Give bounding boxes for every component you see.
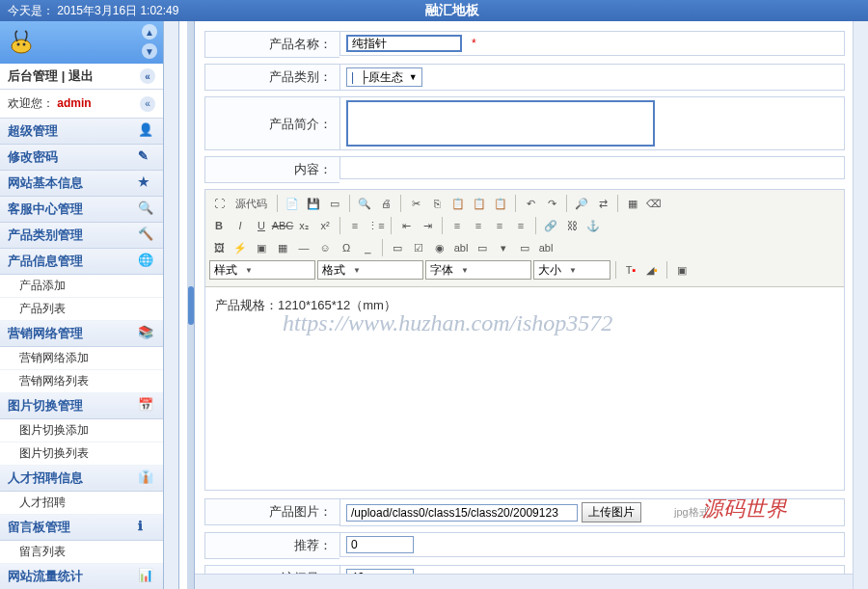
copy-icon[interactable]: ⎘: [427, 194, 447, 213]
sidebar-up-icon[interactable]: ▲: [142, 24, 157, 40]
menu-group-超级管理[interactable]: 超级管理👤: [0, 119, 163, 145]
menu-group-留言板管理[interactable]: 留言板管理ℹ: [0, 515, 163, 541]
maximize-icon[interactable]: ▣: [672, 260, 692, 280]
media-icon[interactable]: ▣: [252, 238, 271, 257]
hidden-icon[interactable]: abl: [536, 238, 556, 257]
unlink-icon[interactable]: ⛓: [562, 216, 582, 235]
splitter[interactable]: [187, 21, 195, 589]
product-brief-textarea[interactable]: [346, 100, 655, 147]
select-all-icon[interactable]: ▦: [623, 194, 642, 213]
menu-group-人才招聘信息[interactable]: 人才招聘信息👔: [0, 466, 163, 492]
editor-body[interactable]: 产品规格：1210*165*12（mm） https://www.huzhan.…: [205, 287, 844, 490]
sidebar: ▲ ▼ 后台管理 | 退出 « 欢迎您： admin « 超级管理👤修: [0, 21, 164, 589]
menu-sub-营销网络添加[interactable]: 营销网络添加: [0, 347, 163, 370]
replace-icon[interactable]: ⇄: [593, 194, 612, 213]
select-icon[interactable]: ▾: [494, 238, 513, 257]
recommend-input[interactable]: [346, 536, 414, 553]
special-char-icon[interactable]: Ω: [337, 238, 356, 257]
menu-group-产品信息管理[interactable]: 产品信息管理🌐: [0, 249, 163, 275]
menu-sub-留言列表[interactable]: 留言列表: [0, 541, 163, 564]
italic-icon[interactable]: I: [231, 216, 250, 235]
content-scrollbar-h[interactable]: [195, 574, 853, 589]
textfield-icon[interactable]: abl: [451, 238, 471, 257]
menu-group-修改密码[interactable]: 修改密码✎: [0, 145, 163, 171]
undo-icon[interactable]: ↶: [521, 194, 540, 213]
product-category-select[interactable]: | ├原生态 ▼: [346, 67, 422, 87]
sidebar-scrollbar[interactable]: [164, 21, 179, 589]
admin-panel-label[interactable]: 后台管理: [8, 68, 58, 83]
paste-icon[interactable]: 📋: [448, 194, 468, 213]
align-center-icon[interactable]: ≡: [469, 216, 488, 235]
source-button[interactable]: 源代码: [231, 194, 272, 213]
menu-group-网站流量统计[interactable]: 网站流量统计📊: [0, 564, 163, 589]
size-select[interactable]: 大小▼: [533, 260, 610, 280]
menu-group-图片切换管理[interactable]: 图片切换管理📅: [0, 393, 163, 419]
radio-icon[interactable]: ◉: [430, 238, 449, 257]
anchor-icon[interactable]: ⚓: [583, 216, 603, 235]
subscript-icon[interactable]: x₂: [294, 216, 313, 235]
font-select[interactable]: 字体▼: [425, 260, 531, 280]
ul-icon[interactable]: ⋮≡: [366, 216, 386, 235]
textarea-icon[interactable]: ▭: [473, 238, 492, 257]
table-icon[interactable]: ▦: [273, 238, 292, 257]
redo-icon[interactable]: ↷: [542, 194, 561, 213]
form-icon[interactable]: ▭: [388, 238, 407, 257]
format-select[interactable]: 格式▼: [317, 260, 423, 280]
collapse-left-icon[interactable]: «: [140, 68, 155, 84]
new-doc-icon[interactable]: 📄: [283, 194, 302, 213]
underline-icon[interactable]: U: [252, 216, 271, 235]
remove-format-icon[interactable]: ⌫: [644, 194, 664, 213]
button-icon[interactable]: ▭: [515, 238, 534, 257]
star-icon: ★: [138, 174, 155, 192]
link-icon[interactable]: 🔗: [541, 216, 560, 235]
menu-group-客服中心管理[interactable]: 客服中心管理🔍: [0, 197, 163, 223]
preview-icon[interactable]: 🔍: [355, 194, 374, 213]
pagebreak-icon[interactable]: ⎯: [358, 238, 377, 257]
upload-image-button[interactable]: 上传图片: [582, 502, 641, 522]
sidebar-down-icon[interactable]: ▼: [142, 43, 157, 59]
print-icon[interactable]: 🖨: [376, 194, 395, 213]
outdent-icon[interactable]: ⇤: [396, 216, 416, 235]
logout-link[interactable]: 退出: [68, 68, 94, 83]
find-icon[interactable]: 🔎: [572, 194, 591, 213]
content-scrollbar-v[interactable]: [853, 21, 868, 589]
content-label: 内容：: [204, 156, 339, 183]
strike-icon[interactable]: ABC: [273, 216, 292, 235]
splitter-handle-icon[interactable]: [188, 286, 194, 325]
cut-icon[interactable]: ✂: [406, 194, 425, 213]
paste-word-icon[interactable]: 📋: [491, 194, 510, 213]
paste-text-icon[interactable]: 📋: [470, 194, 489, 213]
superscript-icon[interactable]: x²: [315, 216, 335, 235]
bold-icon[interactable]: B: [209, 216, 229, 235]
indent-icon[interactable]: ⇥: [418, 216, 437, 235]
menu-sub-图片切换列表[interactable]: 图片切换列表: [0, 442, 163, 466]
menu-group-营销网络管理[interactable]: 营销网络管理📚: [0, 321, 163, 347]
smiley-icon[interactable]: ☺: [315, 238, 335, 257]
menu-sub-产品添加[interactable]: 产品添加: [0, 275, 163, 298]
align-justify-icon[interactable]: ≡: [511, 216, 530, 235]
expand-icon[interactable]: ⛶: [209, 194, 229, 213]
bg-color-icon[interactable]: ◢▪: [642, 260, 662, 280]
style-select[interactable]: 样式▼: [209, 260, 315, 280]
align-right-icon[interactable]: ≡: [490, 216, 509, 235]
page-icon[interactable]: ▭: [325, 194, 344, 213]
save-icon[interactable]: 💾: [304, 194, 323, 213]
text-color-icon[interactable]: T▪: [621, 260, 640, 280]
menu-sub-图片切换添加[interactable]: 图片切换添加: [0, 419, 163, 442]
menu-sub-营销网络列表[interactable]: 营销网络列表: [0, 370, 163, 393]
menu-group-网站基本信息[interactable]: 网站基本信息★: [0, 171, 163, 197]
hr-icon[interactable]: —: [294, 238, 313, 257]
collapse-left-icon-2[interactable]: «: [140, 96, 155, 112]
product-image-input[interactable]: [346, 504, 578, 522]
svg-point-1: [17, 43, 20, 46]
ol-icon[interactable]: ≡: [345, 216, 365, 235]
flash-icon[interactable]: ⚡: [231, 238, 250, 257]
image-icon[interactable]: 🖼: [209, 238, 229, 257]
menu-group-产品类别管理[interactable]: 产品类别管理🔨: [0, 223, 163, 249]
align-left-icon[interactable]: ≡: [448, 216, 467, 235]
watermark-text: https://www.huzhan.com/ishop3572: [283, 310, 612, 336]
menu-sub-产品列表[interactable]: 产品列表: [0, 298, 163, 321]
checkbox-icon[interactable]: ☑: [409, 238, 428, 257]
menu-sub-人才招聘[interactable]: 人才招聘: [0, 492, 163, 515]
product-name-input[interactable]: [346, 35, 462, 52]
